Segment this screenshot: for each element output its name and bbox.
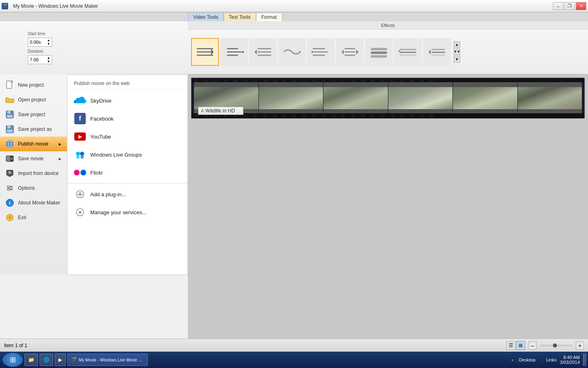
start-time-up[interactable]: ▲ — [47, 38, 50, 42]
save-movie-label: Save movie — [18, 156, 44, 162]
svg-rect-23 — [371, 48, 387, 50]
zoom-in-button[interactable]: + — [576, 341, 584, 350]
publish-movie-arrow: ► — [58, 142, 62, 146]
links-separator: » — [540, 357, 543, 362]
effect-btn-3[interactable] — [249, 38, 277, 66]
tab-video-tools[interactable]: Video Tools — [188, 13, 224, 21]
effects-scroll-middle[interactable]: ▼▼ — [454, 49, 460, 55]
effect-btn-8[interactable] — [394, 38, 422, 66]
facebook-icon: f — [74, 112, 86, 125]
start-time-down[interactable]: ▼ — [47, 42, 50, 46]
menu-item-save-movie[interactable]: Save movie ► — [0, 151, 67, 166]
submenu-windows-live-groups[interactable]: Windows Live Groups — [67, 146, 187, 164]
effect-btn-9[interactable] — [423, 38, 451, 66]
svg-text:i: i — [9, 200, 11, 206]
duration-down[interactable]: ▼ — [47, 60, 50, 63]
submenu-youtube[interactable]: ▶ YouTube — [67, 128, 187, 146]
taskbar-media-player[interactable]: ▶ — [55, 354, 66, 366]
svg-rect-36 — [11, 81, 13, 83]
menu-item-exit[interactable]: Exit — [0, 210, 67, 225]
start-time-input[interactable]: 0.00s ▲ ▼ — [28, 38, 52, 47]
effect-btn-4[interactable] — [278, 38, 306, 66]
sprocket-hole-b — [381, 114, 384, 117]
save-movie-icon — [5, 154, 15, 164]
submenu-manage-services[interactable]: Manage your services... — [67, 203, 187, 221]
sprocket-hole — [352, 79, 355, 82]
links-label[interactable]: Links — [546, 357, 557, 362]
sprocket-hole — [312, 79, 316, 82]
svg-marker-22 — [356, 49, 359, 54]
media-player-icon: ▶ — [58, 357, 62, 363]
menu-item-save-project-as[interactable]: Save project as — [0, 122, 67, 137]
duration-input[interactable]: 7.00 ▲ ▼ — [28, 55, 52, 64]
film-frame-4 — [388, 82, 453, 114]
menu-item-publish-movie[interactable]: Publish movie ► — [0, 137, 67, 151]
skydrive-label: SkyDrive — [90, 98, 111, 104]
submenu-facebook[interactable]: f Facebook — [67, 110, 187, 128]
sprocket-hole — [322, 79, 325, 82]
exit-icon — [5, 213, 15, 222]
minimize-button[interactable]: – — [553, 2, 564, 10]
film-frame-5 — [453, 82, 517, 114]
ie-icon: 🌐 — [43, 357, 49, 363]
new-project-label: New project — [18, 82, 44, 88]
menu-item-about[interactable]: i About Movie Maker — [0, 195, 67, 210]
duration-up[interactable]: ▲ — [47, 56, 50, 60]
sprocket-hole-b — [391, 114, 394, 117]
taskbar-explorer[interactable]: 📁 — [24, 354, 38, 366]
sprocket-hole — [195, 79, 198, 82]
effect-btn-1[interactable] — [191, 38, 219, 66]
menu-item-new-project[interactable]: New project — [0, 78, 67, 92]
effects-scroll-down[interactable]: ▼ — [454, 56, 460, 63]
title-controls: – ❐ ✕ — [553, 2, 586, 10]
ribbon-tabs: Video Tools Text Tools Format — [0, 12, 588, 21]
effect-btn-7[interactable] — [365, 38, 393, 66]
menu-item-options[interactable]: Options — [0, 181, 67, 195]
save-project-as-icon — [5, 124, 15, 134]
sprocket-hole — [234, 79, 237, 82]
restore-button[interactable]: ❐ — [564, 2, 575, 10]
effect-btn-6[interactable] — [336, 38, 364, 66]
sprocket-hole — [205, 79, 208, 82]
svg-marker-3 — [211, 49, 214, 55]
clock[interactable]: 8:40 AM 3/03/2014 — [560, 355, 580, 365]
menu-item-save-project[interactable]: Save project — [0, 107, 67, 122]
taskbar-ie[interactable]: 🌐 — [40, 354, 53, 366]
submenu-skydrive[interactable]: SkyDrive — [67, 92, 187, 110]
submenu-header: Publish movie on the web — [67, 78, 187, 90]
taskbar-movie-maker[interactable]: 🎬 My Movie - Windows Live Movie Maker — [67, 354, 148, 366]
list-view-button[interactable]: ☰ — [506, 341, 515, 350]
add-plugin-label: Add a plug-in... — [90, 191, 126, 197]
yt-icon-shape: ▶ — [74, 132, 86, 141]
tab-text-tools[interactable]: Text Tools — [224, 13, 256, 21]
publish-movie-icon — [5, 139, 15, 149]
close-button[interactable]: ✕ — [576, 2, 586, 10]
sprocket-hole-b — [283, 114, 286, 117]
save-movie-arrow: ► — [58, 157, 62, 161]
start-button[interactable]: ⊞ — [2, 353, 23, 367]
submenu-flickr[interactable]: Flickr — [67, 164, 187, 182]
main-area: New project Open project Save project — [0, 74, 588, 339]
menu-item-import-from-device[interactable]: Import from device — [0, 166, 67, 181]
sprocket-hole-b — [303, 114, 306, 117]
content-area: A Wildlife in HD ⋮ — [188, 74, 588, 339]
sprocket-hole — [283, 79, 286, 82]
timeline-inner — [194, 82, 582, 114]
tray-notification[interactable]: » — [511, 358, 514, 362]
view-buttons: ☰ ⊞ — [506, 341, 525, 350]
effect-btn-5[interactable] — [307, 38, 335, 66]
effect-btn-2[interactable] — [220, 38, 248, 66]
zoom-out-button[interactable]: – — [528, 341, 537, 350]
flickr-icon — [74, 166, 86, 179]
tab-format[interactable]: Format — [256, 13, 282, 21]
sprocket-hole — [332, 79, 335, 82]
menu-item-open-project[interactable]: Open project — [0, 92, 67, 107]
sprocket-hole-b — [273, 114, 276, 117]
effects-scroll-up[interactable]: ▲ — [454, 41, 460, 48]
desktop-label[interactable]: Desktop — [517, 357, 537, 362]
zoom-slider[interactable] — [540, 345, 572, 346]
submenu-add-plugin[interactable]: Add a plug-in... — [67, 185, 187, 203]
sprocket-hole — [244, 79, 247, 82]
show-desktop-button[interactable] — [583, 354, 586, 366]
detail-view-button[interactable]: ⊞ — [516, 341, 525, 350]
